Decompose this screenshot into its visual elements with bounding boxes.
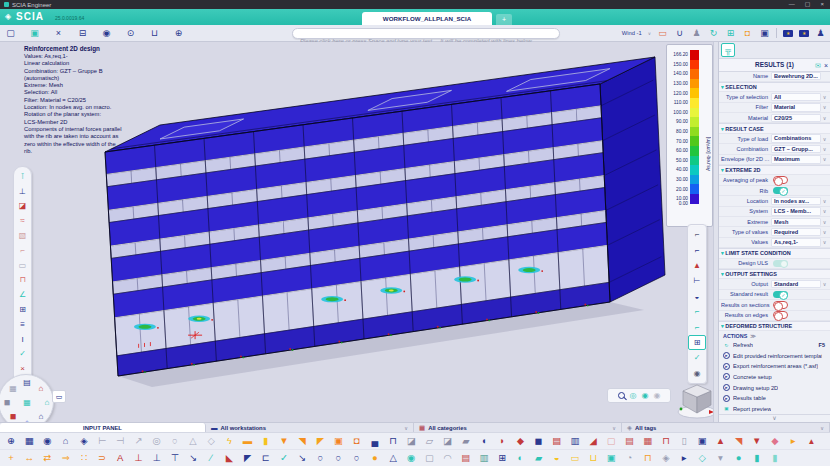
toggle-switch[interactable] [773,301,788,309]
input-icon[interactable]: ▲ [711,433,729,449]
property-row[interactable]: Results on sections ∨ [719,300,830,310]
numbers-grid-icon[interactable]: ⊞ [688,335,706,350]
pin-favorite-icon[interactable]: ✉ [815,62,821,70]
input-icon[interactable]: ● [366,450,384,466]
action-label[interactable]: Report preview [733,406,771,412]
property-row[interactable]: Location In nodes av... ∨ [719,196,830,206]
project-tab[interactable]: WORKFLOW_ALLPLAN_SCIA [362,12,492,25]
input-icon[interactable]: ⊣ [111,433,129,449]
property-row[interactable]: System LCS - Memb... ∨ [719,207,830,217]
chevron-down-icon[interactable]: ∨ [821,229,828,235]
chevron-down-icon[interactable]: ∨ [820,425,824,431]
input-icon[interactable]: ◤ [311,433,329,449]
input-icon[interactable]: ▾ [711,450,729,466]
action-icon[interactable]: ▸ [723,395,730,402]
input-icon[interactable]: ↔ [20,450,38,466]
property-value[interactable]: Combinations [771,134,821,142]
action-item[interactable]: ▸ Drawing setup 2D [719,382,830,393]
input-icon[interactable]: ◈ [657,450,675,466]
input-icon[interactable]: ▢ [602,433,620,449]
visibility-off-icon[interactable]: ◉ [653,391,660,400]
input-icon[interactable]: ↗ [129,433,147,449]
section-cut-icon[interactable]: ⌐ [688,227,706,242]
input-icon[interactable]: ◼ [529,433,547,449]
input-icon[interactable]: ⊓ [384,433,402,449]
input-icon[interactable]: ◥ [293,433,311,449]
render-globe-icon[interactable]: ◉ [101,27,112,39]
checkbox-ok-icon[interactable]: ✓ [688,350,706,365]
lock-icon[interactable]: ◘ [742,27,753,39]
property-row[interactable]: Name Bewehrung 2D... ∨ [719,72,830,82]
action-label[interactable]: Concrete setup [733,374,772,380]
mesh-box-icon[interactable]: ⊞ [14,302,31,317]
input-icon[interactable]: ○ [311,450,329,466]
input-icon[interactable]: ▢ [420,450,438,466]
chevron-down-icon[interactable]: ∨ [821,156,828,162]
property-row[interactable]: Type of load Combinations ∨ [719,134,830,144]
input-icon[interactable]: ▣ [329,433,347,449]
input-icon[interactable]: ◈ [75,433,93,449]
action-label[interactable]: Drawing setup 2D [733,385,778,391]
input-icon[interactable]: ◒ [548,450,566,466]
input-icon[interactable]: ◇ [693,450,711,466]
action-item[interactable]: ▣ Report preview [719,403,830,414]
copy-attributes-icon[interactable]: ⊞ [725,27,736,39]
property-value[interactable]: GZT – Grupp... [771,145,821,153]
print-icon[interactable]: ⊟ [77,27,88,39]
input-icon[interactable]: ◖ [475,433,493,449]
radial-frame-icon[interactable]: ⌂ [35,410,47,422]
action-icon[interactable]: ▣ [723,405,730,412]
radial-floors-icon[interactable]: ▤ [21,376,33,388]
property-row[interactable]: Design ULS ∨ [719,259,830,269]
window-layout-icon[interactable]: ▣ [759,27,770,39]
action-item[interactable]: ▸ Export reinforcement areas (*.asf) [719,361,830,372]
input-icon[interactable]: △ [184,433,202,449]
property-value[interactable]: Standard [771,280,821,288]
input-icon[interactable]: ▸ [784,433,802,449]
pipe-elbow-2-icon[interactable]: ⌐ [688,319,706,334]
chevron-down-icon[interactable]: ∨ [404,425,408,431]
input-icon[interactable]: ▰ [529,450,547,466]
active-result-tool-icon[interactable]: ╦ [721,43,735,57]
3d-viewport[interactable]: Reinforcement 2D design Values: As,req,1… [0,42,718,422]
input-icon[interactable]: ⊃ [93,450,111,466]
input-icon[interactable]: ▯ [675,433,693,449]
property-row[interactable]: Averaging of peak ∨ [719,175,830,185]
input-icon[interactable]: ▮ [748,450,766,466]
search-layers-icon[interactable]: ⊕ [173,27,184,39]
action-icon[interactable]: ↻ [723,342,730,349]
property-row[interactable]: SELECTION ∨ [719,82,830,92]
input-icon[interactable]: ▱ [420,433,438,449]
input-icon[interactable]: ⊥ [129,450,147,466]
close-button[interactable]: × [820,0,824,9]
activity-box-icon[interactable]: ▭ [657,27,668,39]
input-icon[interactable]: ⇄ [38,450,56,466]
action-icon[interactable]: ▸ [723,384,730,391]
input-icon[interactable]: ▤ [457,450,475,466]
radial-grid-icon[interactable]: ▦ [7,382,19,394]
input-icon[interactable]: ⊓ [657,433,675,449]
action-label[interactable]: Edit provided reinforcement template [733,353,822,359]
input-icon[interactable]: ▼ [748,433,766,449]
command-search-box[interactable] [292,28,560,39]
close-panel-icon[interactable]: × [824,62,828,69]
input-icon[interactable]: ✓ [275,450,293,466]
pan-globe-icon[interactable]: ◎ [630,391,637,400]
frame-icon[interactable]: ⌐ [14,243,31,258]
undo-u-icon[interactable]: ∪ [674,27,685,39]
fast-adjust-icon[interactable]: ⊺ [14,169,31,184]
input-icon[interactable]: ⊓ [639,450,657,466]
input-icon[interactable]: ◉ [402,450,420,466]
input-icon[interactable]: ⊤ [166,450,184,466]
property-row[interactable]: RESULT CASE ∨ [719,123,830,133]
input-icon[interactable]: ◇ [202,433,220,449]
refresh-icon[interactable]: ↻ [708,27,719,39]
property-value[interactable]: C20/25 [771,114,821,122]
toggle-switch[interactable] [773,291,788,299]
member-check-icon[interactable]: ⊥ [14,184,31,199]
property-value[interactable]: Required [771,228,821,236]
input-icon[interactable]: ◆ [511,433,529,449]
property-value[interactable]: Material [771,103,821,111]
input-icon[interactable]: ⊢ [93,433,111,449]
property-row[interactable]: DEFORMED STRUCTURE ∨ [719,321,830,331]
